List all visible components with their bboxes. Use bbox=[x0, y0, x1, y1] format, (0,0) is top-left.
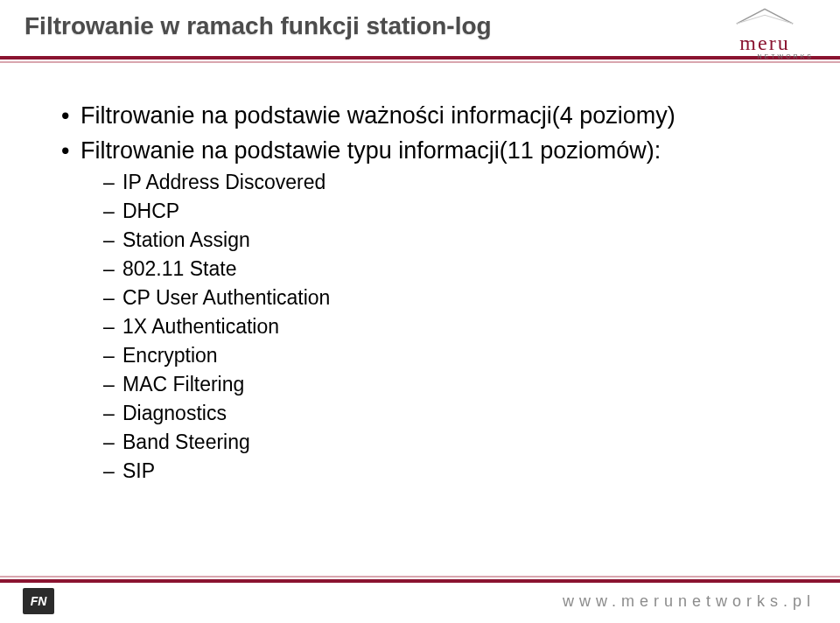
sub-bullet-text: CP User Authentication bbox=[122, 286, 330, 309]
sub-bullet-item: Band Steering bbox=[103, 429, 788, 456]
logo-wordmark: meru bbox=[712, 32, 817, 55]
footer-divider bbox=[0, 576, 840, 583]
bullet-item: Filtrowanie na podstawie typu informacji… bbox=[61, 135, 788, 485]
divider-light bbox=[0, 61, 840, 63]
footer-url: www.merunetworks.pl bbox=[563, 592, 816, 611]
divider-light bbox=[0, 576, 840, 578]
sub-bullet-text: Diagnostics bbox=[122, 402, 227, 424]
sub-bullet-item: IP Address Discovered bbox=[103, 169, 788, 196]
sub-bullet-text: 1X Authentication bbox=[122, 315, 279, 338]
sub-bullet-item: MAC Filtering bbox=[103, 371, 788, 398]
bullet-item: Filtrowanie na podstawie ważności inform… bbox=[61, 100, 788, 131]
logo-diamond-icon bbox=[734, 5, 795, 26]
sub-bullet-text: Encryption bbox=[122, 344, 218, 367]
slide-body: Filtrowanie na podstawie ważności inform… bbox=[0, 63, 840, 485]
slide-title: Filtrowanie w ramach funkcji station-log bbox=[24, 12, 816, 40]
footer-logo-text: FN bbox=[31, 594, 47, 608]
sub-bullet-text: MAC Filtering bbox=[122, 373, 244, 396]
logo-subtext: NETWORKS bbox=[712, 53, 817, 60]
sub-bullet-text: IP Address Discovered bbox=[122, 171, 326, 193]
bullet-list-level2: IP Address Discovered DHCP Station Assig… bbox=[103, 169, 788, 486]
sub-bullet-item: SIP bbox=[103, 458, 788, 485]
bullet-list-level1: Filtrowanie na podstawie ważności inform… bbox=[61, 100, 788, 485]
sub-bullet-item: Diagnostics bbox=[103, 400, 788, 427]
sub-bullet-text: 802.11 State bbox=[122, 257, 236, 280]
brand-logo: meru NETWORKS bbox=[712, 5, 817, 60]
bullet-text: Filtrowanie na podstawie ważności inform… bbox=[80, 102, 676, 129]
footer-logo-icon: FN bbox=[23, 588, 54, 614]
sub-bullet-item: DHCP bbox=[103, 198, 788, 225]
sub-bullet-item: Encryption bbox=[103, 342, 788, 369]
sub-bullet-item: CP User Authentication bbox=[103, 284, 788, 312]
sub-bullet-item: Station Assign bbox=[103, 227, 788, 254]
bullet-text: Filtrowanie na podstawie typu informacji… bbox=[80, 137, 661, 164]
sub-bullet-text: Station Assign bbox=[122, 228, 250, 251]
sub-bullet-text: Band Steering bbox=[122, 430, 250, 453]
slide: Filtrowanie w ramach funkcji station-log… bbox=[0, 0, 840, 623]
sub-bullet-text: DHCP bbox=[122, 200, 179, 222]
sub-bullet-item: 1X Authentication bbox=[103, 313, 788, 340]
sub-bullet-text: SIP bbox=[122, 459, 155, 482]
sub-bullet-item: 802.11 State bbox=[103, 256, 788, 283]
divider-dark bbox=[0, 579, 840, 583]
